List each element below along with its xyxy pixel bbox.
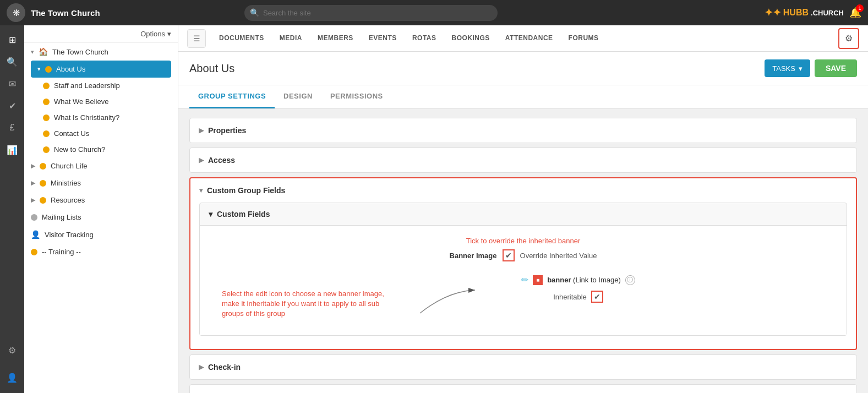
church-life-dot bbox=[40, 163, 46, 170]
search-input[interactable] bbox=[244, 5, 498, 21]
custom-fields-chevron: ▾ bbox=[199, 187, 203, 194]
mailing-dot bbox=[31, 214, 37, 221]
save-button[interactable]: SAVE bbox=[815, 59, 857, 77]
sidebar-item-what-believe[interactable]: What We Believe bbox=[40, 94, 178, 110]
ministries-arrow: ▶ bbox=[31, 179, 35, 187]
inner-accordion-custom-fields: ▾ Custom Fields Tick to override the inh… bbox=[199, 203, 847, 336]
sidebar-item-ministries[interactable]: ▶ Ministries bbox=[24, 174, 178, 192]
sidebar-item-staff[interactable]: Staff and Leadership bbox=[40, 78, 178, 94]
nav-user-button[interactable]: 👤 bbox=[2, 368, 22, 387]
visitor-icon: 👤 bbox=[31, 230, 40, 239]
banner-image-label: Banner Image bbox=[450, 252, 497, 260]
about-us-dot bbox=[45, 66, 52, 73]
edit-pencil-icon[interactable]: ✏ bbox=[521, 275, 528, 285]
nav-media[interactable]: MEDIA bbox=[272, 25, 310, 52]
nav-events[interactable]: EVENTS bbox=[361, 25, 405, 52]
root-label: The Town Church bbox=[52, 48, 108, 56]
custom-group-fields-label: Custom Group Fields bbox=[207, 186, 285, 195]
secondary-nav: ☰ DOCUMENTS MEDIA MEMBERS EVENTS ROTAS B… bbox=[178, 25, 868, 52]
sidebar-item-root[interactable]: ▾ 🏠 The Town Church bbox=[24, 43, 178, 61]
select-edit-annotation: Select the edit icon to choose a new ban… bbox=[222, 289, 387, 319]
inner-chevron: ▾ bbox=[209, 210, 212, 219]
fields-annotation-area: Select the edit icon to choose a new ban… bbox=[211, 269, 836, 324]
nav-forums[interactable]: FORUMS bbox=[561, 25, 607, 52]
settings-nav-button[interactable]: ⚙ bbox=[838, 28, 859, 49]
accordion-properties-header[interactable]: ▶ Properties bbox=[190, 118, 856, 143]
notification-bell[interactable]: 🔔 1 bbox=[849, 7, 861, 19]
nav-pound-button[interactable]: £ bbox=[2, 118, 22, 138]
options-label[interactable]: Options bbox=[140, 30, 165, 38]
resources-dot bbox=[40, 197, 46, 204]
contact-label: Contact Us bbox=[54, 129, 89, 138]
page-title: About Us bbox=[189, 62, 234, 75]
custom-group-fields-content: ▾ Custom Fields Tick to override the inh… bbox=[190, 203, 856, 349]
hubb-icon: ✦✦ bbox=[765, 7, 781, 19]
nav-attendance[interactable]: ATTENDANCE bbox=[498, 25, 561, 52]
tasks-button[interactable]: TASKS ▾ bbox=[765, 59, 810, 77]
about-us-label: About Us bbox=[56, 65, 85, 73]
accordion-check-in-header[interactable]: ▶ Check-in bbox=[190, 355, 856, 379]
accordion-properties: ▶ Properties bbox=[189, 118, 857, 143]
sidebar-item-new-church[interactable]: New to Church? bbox=[40, 141, 178, 157]
sidebar-item-resources[interactable]: ▶ Resources bbox=[24, 192, 178, 209]
nav-settings-button[interactable]: ⚙ bbox=[2, 340, 22, 360]
sidebar-item-church-life[interactable]: ▶ Church Life bbox=[24, 157, 178, 174]
sidebar-item-mailing-lists[interactable]: Mailing Lists bbox=[24, 209, 178, 226]
accordion-access: ▶ Access bbox=[189, 148, 857, 173]
nav-rotas[interactable]: ROTAS bbox=[405, 25, 444, 52]
christianity-label: What Is Christianity? bbox=[54, 113, 119, 122]
inheritable-checkbox[interactable]: ✔ bbox=[591, 291, 603, 303]
main-content: ☰ DOCUMENTS MEDIA MEMBERS EVENTS ROTAS B… bbox=[178, 25, 868, 393]
sidebar-item-visitor-tracking[interactable]: 👤 Visitor Tracking bbox=[24, 226, 178, 243]
accordion-advanced: ▶ Advanced bbox=[189, 384, 857, 393]
sidebar-item-contact-us[interactable]: Contact Us bbox=[40, 125, 178, 141]
nav-list-icon-button[interactable]: ☰ bbox=[187, 29, 206, 48]
override-checkbox[interactable]: ✔ bbox=[503, 249, 515, 261]
tasks-chevron: ▾ bbox=[799, 64, 803, 73]
notification-count: 1 bbox=[856, 4, 864, 12]
nav-search-button[interactable]: 🔍 bbox=[2, 52, 22, 72]
options-chevron[interactable]: ▾ bbox=[167, 30, 171, 38]
tab-group-settings[interactable]: GROUP SETTINGS bbox=[189, 85, 275, 108]
secondary-nav-items: DOCUMENTS MEDIA MEMBERS EVENTS ROTAS BOO… bbox=[211, 25, 607, 52]
sidebar-item-about-us[interactable]: ▾ About Us bbox=[31, 61, 171, 78]
resources-label: Resources bbox=[51, 196, 85, 204]
christianity-dot bbox=[43, 114, 50, 121]
content-area: ▶ Properties ▶ Access ▾ Custom Group Fie… bbox=[178, 109, 868, 393]
nav-documents[interactable]: DOCUMENTS bbox=[211, 25, 272, 52]
nav-chart-button[interactable]: 📊 bbox=[2, 140, 22, 160]
staff-dot bbox=[43, 83, 50, 89]
tick-override-annotation: Tick to override the inherited banner bbox=[466, 237, 581, 245]
inner-custom-fields-header[interactable]: ▾ Custom Fields bbox=[200, 203, 847, 225]
visitor-label: Visitor Tracking bbox=[45, 231, 94, 239]
nav-bookings[interactable]: BOOKINGS bbox=[444, 25, 497, 52]
nav-check-button[interactable]: ✔ bbox=[2, 96, 22, 116]
new-church-label: New to Church? bbox=[54, 145, 105, 154]
mailing-label: Mailing Lists bbox=[42, 213, 81, 221]
page-header: About Us TASKS ▾ SAVE bbox=[178, 52, 868, 85]
app-title: The Town Church bbox=[31, 8, 100, 18]
tab-bar: GROUP SETTINGS DESIGN PERMISSIONS bbox=[178, 85, 868, 109]
info-icon[interactable]: ⓘ bbox=[625, 275, 635, 285]
annotation-arrow-svg bbox=[376, 280, 486, 324]
training-dot bbox=[31, 249, 37, 255]
sidebar-item-training[interactable]: -- Training -- bbox=[24, 243, 178, 260]
sidebar-options-bar: Options ▾ bbox=[24, 25, 178, 43]
app-logo[interactable]: ❋ bbox=[7, 3, 25, 22]
staff-label: Staff and Leadership bbox=[54, 81, 120, 90]
tab-permissions[interactable]: PERMISSIONS bbox=[321, 85, 392, 108]
delete-icon[interactable]: ■ bbox=[533, 275, 543, 285]
tab-design[interactable]: DESIGN bbox=[275, 85, 321, 108]
field-name-text: banner (Link to Image) bbox=[547, 276, 621, 284]
sidebar-item-what-christianity[interactable]: What Is Christianity? bbox=[40, 110, 178, 125]
nav-mail-button[interactable]: ✉ bbox=[2, 74, 22, 94]
nav-grid-button[interactable]: ⊞ bbox=[2, 30, 22, 50]
training-label: -- Training -- bbox=[42, 248, 81, 256]
accordion-access-header[interactable]: ▶ Access bbox=[190, 148, 856, 172]
accordion-custom-group-fields-header[interactable]: ▾ Custom Group Fields bbox=[190, 178, 856, 203]
resources-arrow: ▶ bbox=[31, 197, 35, 204]
accordion-advanced-header[interactable]: ▶ Advanced bbox=[190, 385, 856, 393]
nav-members[interactable]: MEMBERS bbox=[310, 25, 361, 52]
believe-label: What We Believe bbox=[54, 97, 108, 106]
about-us-sub-items: Staff and Leadership What We Believe Wha… bbox=[24, 78, 178, 157]
